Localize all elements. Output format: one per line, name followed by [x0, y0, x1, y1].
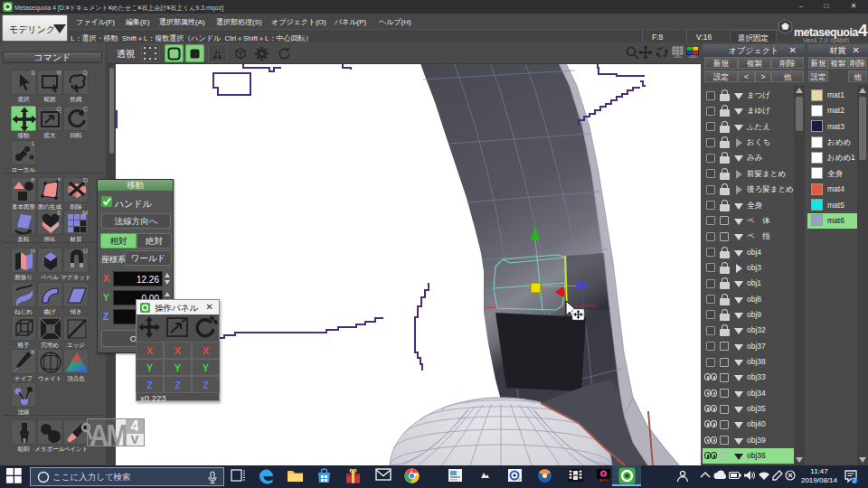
svg-text:AviUtl: AviUtl	[599, 479, 608, 483]
svg-text:2: 2	[853, 477, 856, 483]
